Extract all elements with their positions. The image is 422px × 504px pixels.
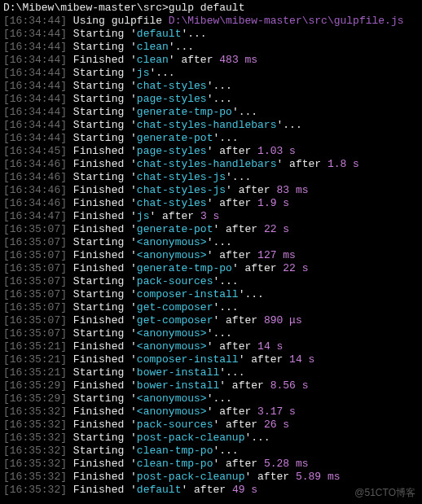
log-line: [16:35:07] Finished 'generate-pot' after… — [3, 223, 419, 236]
log-line: [16:34:44] Starting 'js'... — [3, 67, 419, 80]
log-line: [16:35:21] Finished '<anonymous>' after … — [3, 340, 419, 353]
log-text: Finished ' — [73, 405, 137, 418]
prompt-path: D:\Mibew\mibew-master\src> — [3, 2, 169, 14]
timestamp: [16:35:32] — [3, 458, 67, 470]
duration: 83 ms — [276, 184, 308, 196]
log-text: Starting ' — [73, 106, 137, 118]
log-text: Starting ' — [73, 80, 137, 92]
log-text: Finished ' — [73, 353, 137, 366]
log-line: [16:35:32] Finished '<anonymous>' after … — [3, 405, 419, 419]
timestamp: [16:34:44] — [3, 106, 67, 118]
timestamp: [16:34:47] — [3, 210, 67, 222]
task-name: js — [137, 67, 150, 79]
log-line: [16:35:07] Starting '<anonymous>'... — [3, 327, 419, 340]
log-text: '... — [213, 301, 238, 313]
log-text: Finished ' — [73, 145, 137, 157]
duration: 14 s — [257, 340, 283, 353]
timestamp: [16:35:32] — [3, 471, 67, 483]
log-line: [16:34:44] Starting 'page-styles'... — [3, 93, 419, 106]
timestamp: [16:34:44] — [3, 41, 67, 53]
task-name: get-composer — [137, 301, 213, 313]
task-name: clean-tmp-po — [137, 458, 213, 470]
task-name: chat-styles — [137, 80, 207, 92]
log-text: ' after — [207, 340, 257, 353]
log-text: ' after — [244, 471, 295, 483]
timestamp: [16:35:29] — [3, 379, 67, 392]
log-text: ' after — [169, 54, 219, 66]
log-line: [16:34:44] Starting 'generate-pot'... — [3, 132, 419, 145]
log-text: ' after — [213, 314, 263, 327]
log-text: Finished ' — [73, 223, 137, 235]
log-text: '... — [207, 80, 232, 92]
log-text: ' after — [232, 262, 283, 274]
log-text: '... — [213, 445, 238, 457]
log-text: Finished ' — [73, 184, 137, 196]
timestamp: [16:34:44] — [3, 28, 67, 40]
task-name: page-styles — [137, 145, 207, 157]
duration: 483 ms — [219, 54, 257, 66]
timestamp: [16:34:44] — [3, 119, 67, 131]
log-text: ' after — [207, 145, 257, 157]
task-name: generate-pot — [137, 223, 213, 235]
timestamp: [16:35:07] — [3, 288, 67, 300]
duration: 14 s — [289, 353, 314, 366]
prompt-command: gulp default — [169, 2, 245, 14]
task-name: generate-tmp-po — [137, 262, 232, 274]
log-text: '... — [207, 327, 232, 340]
log-line: [16:34:44] Finished 'clean' after 483 ms — [3, 54, 419, 67]
log-text: Starting ' — [73, 132, 137, 144]
timestamp: [16:35:21] — [3, 340, 67, 353]
log-text: '... — [276, 119, 301, 131]
log-text: '... — [149, 67, 174, 79]
task-name: composer-install — [137, 288, 239, 300]
duration: 22 s — [283, 262, 308, 274]
log-text: Finished ' — [73, 340, 137, 353]
log-line: [16:35:32] Finished 'pack-sources' after… — [3, 419, 419, 432]
log-line: [16:35:07] Starting 'composer-install'..… — [3, 288, 419, 301]
log-line: [16:35:21] Finished 'composer-install' a… — [3, 353, 419, 366]
log-line: [16:35:07] Finished '<anonymous>' after … — [3, 249, 419, 262]
task-name: pack-sources — [137, 419, 213, 431]
log-text: Starting ' — [73, 119, 137, 131]
timestamp: [16:35:32] — [3, 432, 67, 444]
log-text: '... — [181, 28, 206, 40]
terminal-output: D:\Mibew\mibew-master\src>gulp default[1… — [0, 0, 422, 498]
task-name: <anonymous> — [137, 392, 207, 405]
task-name: default — [137, 28, 182, 40]
log-text: Starting ' — [73, 275, 137, 287]
timestamp: [16:35:07] — [3, 314, 67, 327]
duration: 1.9 s — [257, 197, 289, 209]
log-text: '... — [226, 171, 251, 183]
log-text: Finished ' — [73, 54, 137, 66]
task-name: clean — [137, 41, 169, 53]
watermark: @51CTO博客 — [354, 486, 415, 499]
log-text: Starting ' — [73, 41, 137, 53]
log-text: '... — [207, 93, 232, 105]
log-text: ' after — [213, 419, 263, 431]
log-text: Finished ' — [73, 197, 137, 209]
log-text: Finished ' — [73, 158, 137, 170]
timestamp: [16:35:32] — [3, 445, 67, 457]
task-name: get-composer — [137, 314, 213, 327]
task-name: chat-styles — [137, 197, 207, 209]
task-name: <anonymous> — [137, 236, 207, 248]
log-line: [16:35:07] Finished 'generate-tmp-po' af… — [3, 262, 419, 275]
log-line: [16:35:07] Starting '<anonymous>'... — [3, 236, 419, 249]
timestamp: [16:35:07] — [3, 223, 67, 235]
log-text: ' after — [226, 184, 276, 196]
log-line: [16:35:07] Starting 'get-composer'... — [3, 301, 419, 314]
log-line: [16:34:45] Finished 'page-styles' after … — [3, 145, 419, 158]
log-line: [16:35:32] Starting 'clean-tmp-po'... — [3, 445, 419, 458]
duration: 5.28 ms — [264, 458, 309, 470]
log-text: ' after — [149, 210, 200, 222]
log-line: [16:34:44] Starting 'chat-styles-handleb… — [3, 119, 419, 132]
timestamp: [16:34:44] — [3, 67, 67, 79]
task-name: composer-install — [137, 353, 239, 366]
task-name: <anonymous> — [137, 327, 207, 340]
log-text: Using gulpfile — [73, 15, 169, 27]
log-text: Starting ' — [73, 28, 137, 40]
duration: 8.56 s — [270, 379, 309, 392]
log-text: Finished ' — [73, 249, 137, 261]
log-text: Starting ' — [73, 171, 137, 183]
log-line: [16:34:44] Starting 'clean'... — [3, 41, 419, 54]
